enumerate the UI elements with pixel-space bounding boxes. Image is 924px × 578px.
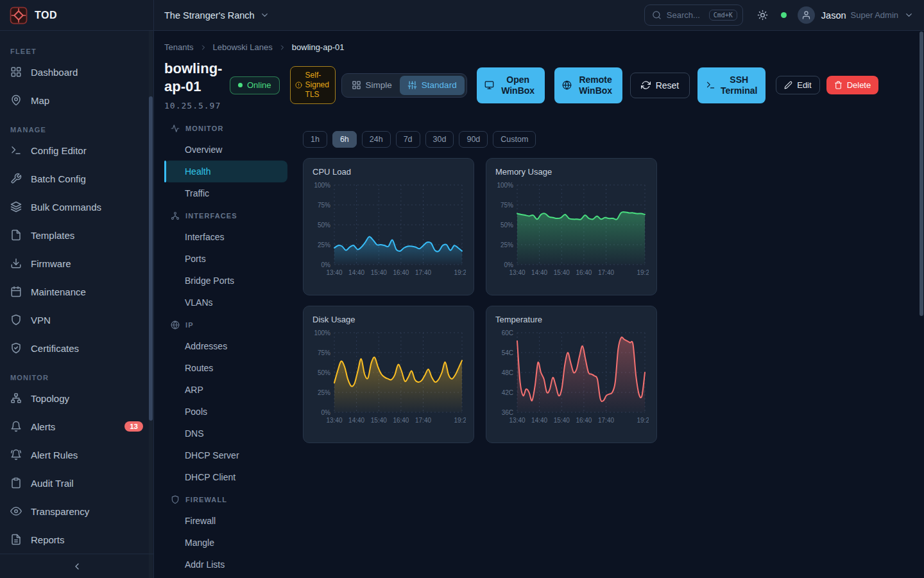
main-scrollbar-thumb[interactable] [920,31,923,316]
chart-card-disk-usage: Disk Usage0%25%50%75%100%13:4014:4015:40… [303,306,474,443]
eye-icon [10,505,22,517]
svg-text:25%: 25% [318,389,330,396]
ssh-terminal-button[interactable]: SSH Terminal [697,67,766,103]
sidebar-item-firmware[interactable]: Firmware [0,249,153,277]
subnav-item-dhcp-client[interactable]: DHCP Client [164,466,287,488]
subnav-item-interfaces[interactable]: Interfaces [164,226,287,248]
breadcrumb-item-lebowski-lanes[interactable]: Lebowski Lanes [213,42,273,52]
theme-toggle-sun-icon[interactable] [757,10,768,21]
svg-text:15:40: 15:40 [371,269,387,276]
health-content: 1h6h24h7d30d90dCustom CPU Load0%25%50%75… [303,117,657,443]
sidebar-item-bulk-commands[interactable]: Bulk Commands [0,193,153,221]
chart-card-cpu-load: CPU Load0%25%50%75%100%13:4014:4015:4016… [303,158,474,295]
sidebar-item-transparency[interactable]: Transparency [0,497,153,525]
chevron-left-icon [72,561,82,572]
tls-warning-badge: Self-Signed TLS [290,66,336,104]
tls-label: Self-Signed TLS [305,71,330,100]
sidebar-item-maintenance[interactable]: Maintenance [0,277,153,306]
breadcrumb-item-tenants[interactable]: Tenants [164,42,194,52]
chart-card-memory-usage: Memory Usage0%25%50%75%100%13:4014:4015:… [486,158,657,295]
sidebar-item-audit-trail[interactable]: Audit Trail [0,469,153,497]
view-mode-simple[interactable]: Simple [344,76,400,95]
search-placeholder: Search... [667,10,704,20]
sidebar-item-vpn[interactable]: VPN [0,306,153,334]
sidebar-item-alert-rules[interactable]: Alert Rules [0,441,153,469]
time-range-7d[interactable]: 7d [396,131,420,148]
subnav-item-ports[interactable]: Ports [164,248,287,270]
subnav-item-conntrack[interactable]: ConnTrack [164,575,287,578]
topbar-actions: Search... Cmd+K Jason Super Admin [644,4,924,26]
sidebar-section-label-manage: MANAGE [0,123,153,136]
subnav-item-pools[interactable]: Pools [164,401,287,423]
svg-text:13:40: 13:40 [326,417,342,424]
svg-text:19:25: 19:25 [637,417,649,424]
shield-icon [171,495,180,504]
shield-icon [10,314,22,326]
delete-button[interactable]: Delete [826,76,879,94]
subnav-section-label-monitor: MONITOR [164,118,287,139]
subnav-item-dns[interactable]: DNS [164,423,287,444]
time-range-6h[interactable]: 6h [332,131,357,148]
subnav-item-routes[interactable]: Routes [164,357,287,379]
activity-icon [171,124,180,133]
sidebar-item-label: Map [31,95,143,106]
avatar[interactable] [798,6,815,24]
sidebar-item-label: Alert Rules [31,450,143,460]
subnav-item-dhcp-server[interactable]: DHCP Server [164,444,287,466]
svg-text:75%: 75% [318,349,330,356]
open-winbox-button[interactable]: Open WinBox [477,67,545,103]
search-input[interactable]: Search... Cmd+K [644,4,743,26]
wrench-icon [10,173,22,184]
sidebar-item-topology[interactable]: Topology [0,384,153,412]
svg-text:15:40: 15:40 [554,417,570,424]
subnav-item-overview[interactable]: Overview [164,139,287,161]
charts-grid: CPU Load0%25%50%75%100%13:4014:4015:4016… [303,158,657,443]
svg-text:15:40: 15:40 [554,269,570,276]
file-text-icon [10,534,22,545]
sidebar-item-templates[interactable]: Templates [0,221,153,249]
svg-text:19:25: 19:25 [454,269,466,276]
sidebar-item-dashboard[interactable]: Dashboard [0,58,153,86]
subnav-item-addr-lists[interactable]: Addr Lists [164,554,287,575]
time-range-custom[interactable]: Custom [493,131,536,148]
reset-button[interactable]: Reset [630,73,690,98]
subnav-item-mangle[interactable]: Mangle [164,532,287,554]
time-range-24h[interactable]: 24h [362,131,391,148]
bell-ring-icon [10,449,22,460]
user-menu-chevron-icon[interactable] [904,10,914,20]
subnav-item-vlans[interactable]: VLANs [164,292,287,313]
sidebar-item-label: Dashboard [31,67,143,78]
sidebar-item-label: Batch Config [31,173,143,184]
sidebar-item-reports[interactable]: Reports [0,525,153,554]
sidebar-item-batch-config[interactable]: Batch Config [0,164,153,193]
sidebar-collapse-button[interactable] [0,554,153,578]
svg-text:42C: 42C [502,389,513,396]
search-shortcut: Cmd+K [709,10,737,21]
sidebar-item-config-editor[interactable]: Config Editor [0,136,153,164]
sidebar-scrollbar-thumb[interactable] [149,96,153,421]
view-mode-standard[interactable]: Standard [400,76,465,95]
svg-text:13:40: 13:40 [509,269,525,276]
tenant-name: The Stranger's Ranch [164,10,255,21]
subnav-item-firewall[interactable]: Firewall [164,510,287,532]
tenant-selector[interactable]: The Stranger's Ranch [164,10,270,21]
subnav-item-arp[interactable]: ARP [164,379,287,401]
sidebar-item-alerts[interactable]: Alerts13 [0,412,153,441]
subnav-item-bridge-ports[interactable]: Bridge Ports [164,270,287,292]
sidebar-item-map[interactable]: Map [0,86,153,114]
sidebar: FLEETDashboardMapMANAGEConfig EditorBatc… [0,31,154,578]
remote-winbox-button[interactable]: Remote WinBox [554,67,622,103]
subnav-item-traffic[interactable]: Traffic [164,182,287,204]
time-range-1h[interactable]: 1h [303,131,327,148]
subnav-item-health[interactable]: Health [164,161,287,182]
svg-text:75%: 75% [318,202,330,209]
svg-text:16:40: 16:40 [393,269,409,276]
time-range-30d[interactable]: 30d [425,131,454,148]
svg-text:19:25: 19:25 [637,269,649,276]
subnav-item-addresses[interactable]: Addresses [164,335,287,357]
edit-button[interactable]: Edit [776,76,819,94]
svg-text:17:40: 17:40 [598,269,614,276]
sidebar-item-certificates[interactable]: Certificates [0,334,153,362]
sidebar-section-label-monitor: MONITOR [0,371,153,384]
time-range-90d[interactable]: 90d [459,131,488,148]
